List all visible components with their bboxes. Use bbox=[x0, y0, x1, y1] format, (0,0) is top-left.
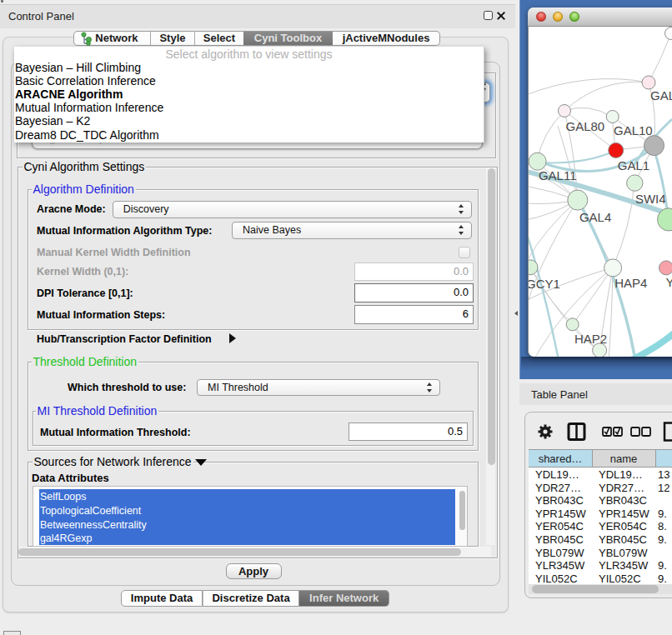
svg-text:SWI4: SWI4 bbox=[635, 192, 666, 206]
svg-text:GAL11: GAL11 bbox=[539, 168, 577, 182]
svg-text:HAP4: HAP4 bbox=[614, 276, 647, 290]
svg-text:YD: YD bbox=[665, 275, 672, 289]
svg-text:GCY1: GCY1 bbox=[529, 277, 560, 291]
svg-text:HAP2: HAP2 bbox=[574, 332, 607, 346]
svg-text:GAL1: GAL1 bbox=[618, 158, 649, 172]
svg-text:GAL10: GAL10 bbox=[614, 123, 653, 138]
svg-text:GAL80: GAL80 bbox=[566, 119, 605, 133]
svg-text:GAL4: GAL4 bbox=[579, 210, 611, 224]
svg-text:GAL2: GAL2 bbox=[650, 88, 672, 102]
